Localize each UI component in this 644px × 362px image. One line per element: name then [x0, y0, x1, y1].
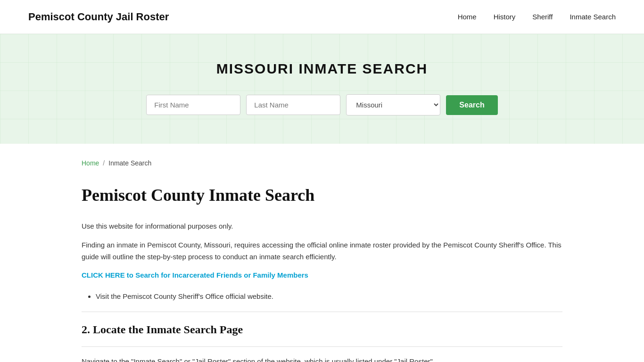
intro-paragraph-1: Use this website for informational purpo… — [82, 220, 562, 232]
nav-sheriff[interactable]: Sheriff — [532, 11, 553, 23]
state-select[interactable]: MissouriAlabamaAlaskaArizonaArkansasCali… — [346, 94, 440, 115]
site-header: Pemiscot County Jail Roster Home History… — [0, 0, 644, 34]
first-name-input[interactable] — [146, 95, 240, 115]
section-divider — [82, 312, 562, 312]
nav-history[interactable]: History — [494, 11, 516, 23]
hero-title: MISSOURI INMATE SEARCH — [9, 58, 635, 80]
main-content: Home / Inmate Search Pemiscot County Inm… — [53, 144, 591, 362]
intro-paragraph-2: Finding an inmate in Pemiscot County, Mi… — [82, 239, 562, 263]
last-name-input[interactable] — [246, 95, 340, 115]
nav-home[interactable]: Home — [458, 11, 477, 23]
page-title: Pemiscot County Inmate Search — [82, 182, 562, 209]
nav-inmate-search[interactable]: Inmate Search — [570, 11, 616, 23]
site-nav: Home History Sheriff Inmate Search — [458, 11, 616, 23]
breadcrumb-separator: / — [103, 158, 105, 168]
breadcrumb-current: Inmate Search — [108, 158, 151, 168]
search-form: MissouriAlabamaAlaskaArizonaArkansasCali… — [9, 94, 635, 115]
breadcrumb-home[interactable]: Home — [82, 158, 99, 168]
bullet-item-1: Visit the Pemiscot County Sheriff's Offi… — [96, 290, 562, 303]
section-2-heading: 2. Locate the Inmate Search Page — [82, 321, 562, 338]
search-button[interactable]: Search — [446, 95, 497, 115]
site-title: Pemiscot County Jail Roster — [28, 8, 169, 25]
cta-link[interactable]: CLICK HERE to Search for Incarcerated Fr… — [82, 270, 562, 281]
breadcrumb: Home / Inmate Search — [82, 158, 562, 168]
hero-banner: MISSOURI INMATE SEARCH MissouriAlabamaAl… — [0, 34, 644, 144]
section-2-teaser: Navigate to the "Inmate Search" or "Jail… — [82, 355, 562, 362]
section-divider-2 — [82, 346, 562, 347]
bullet-list: Visit the Pemiscot County Sheriff's Offi… — [96, 290, 562, 303]
